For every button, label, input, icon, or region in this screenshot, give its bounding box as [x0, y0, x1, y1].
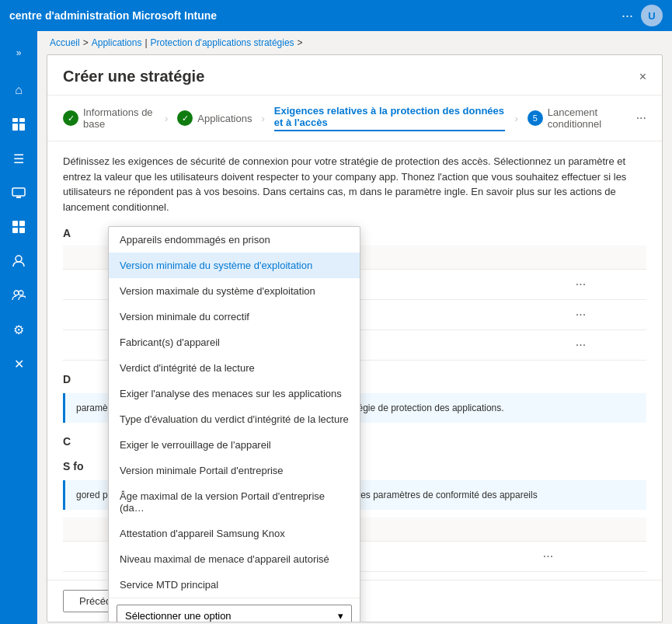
- svg-rect-8: [12, 228, 18, 233]
- sidebar-item-groups[interactable]: [3, 280, 34, 311]
- svg-point-12: [19, 291, 23, 295]
- dropdown-chevron-icon: ▾: [338, 610, 343, 622]
- svg-rect-2: [12, 124, 18, 131]
- row-more-button[interactable]: ···: [571, 306, 590, 323]
- app-title: centre d'administration Microsoft Intune: [9, 9, 217, 22]
- dropdown-item-max-portal-age[interactable]: Âge maximal de la version Portail d'entr…: [109, 483, 360, 521]
- breadcrumb-applications[interactable]: Applications: [92, 37, 142, 48]
- svg-point-11: [14, 291, 19, 295]
- svg-rect-9: [19, 228, 25, 233]
- row-setting: [63, 300, 104, 330]
- row-more-button[interactable]: ···: [538, 548, 558, 565]
- svg-rect-7: [19, 221, 25, 226]
- col-setting: [63, 246, 104, 270]
- dropdown-item-threat-analysis[interactable]: Exiger l'analyse des menaces sur les app…: [109, 381, 360, 406]
- top-bar-right: ··· U: [622, 5, 663, 26]
- step-separator-2: ›: [261, 113, 264, 124]
- row-setting: [63, 330, 104, 361]
- svg-rect-5: [16, 197, 21, 198]
- sidebar-item-apps[interactable]: [3, 211, 34, 242]
- sidebar-expand-button[interactable]: »: [3, 37, 34, 68]
- row-setting: [63, 270, 104, 300]
- top-bar: centre d'administration Microsoft Intune…: [0, 0, 672, 31]
- breadcrumb-home[interactable]: Accueil: [50, 37, 80, 48]
- sidebar-item-allservices[interactable]: ☰: [3, 143, 34, 174]
- breadcrumb: Accueil > Applications | Protection d'ap…: [37, 31, 672, 54]
- step-conditional-launch-label: Lancement conditionnel: [548, 106, 630, 130]
- sidebar-item-troubleshoot[interactable]: ✕: [3, 348, 34, 379]
- step-data-protection-label: Exigences relatives à la protection des …: [274, 105, 506, 128]
- svg-rect-0: [12, 118, 18, 122]
- step-apps[interactable]: ✓ Applications: [177, 110, 252, 126]
- user-avatar[interactable]: U: [641, 5, 663, 26]
- sidebar-item-home[interactable]: ⌂: [3, 75, 34, 106]
- col-actions-b: [529, 518, 646, 542]
- top-bar-more-button[interactable]: ···: [622, 8, 633, 24]
- dialog-close-button[interactable]: ×: [639, 70, 646, 84]
- dropdown-select-label: Sélectionner une option: [125, 610, 232, 622]
- row-more-button[interactable]: ···: [571, 276, 590, 293]
- svg-rect-4: [12, 188, 25, 196]
- dropdown-item-samsung-knox[interactable]: Attestation d'appareil Samsung Knox: [109, 521, 360, 546]
- main-content: Accueil > Applications | Protection d'ap…: [37, 31, 672, 624]
- dropdown-item-min-os[interactable]: Version minimale du système d'exploitati…: [109, 253, 360, 278]
- svg-point-10: [16, 256, 22, 262]
- svg-rect-1: [19, 118, 25, 122]
- step-conditional-launch[interactable]: 5 Lancement conditionnel: [528, 106, 630, 130]
- svg-rect-3: [19, 124, 25, 131]
- row-more-button[interactable]: ···: [571, 336, 590, 354]
- col-actions: [562, 246, 646, 270]
- svg-rect-6: [12, 221, 18, 226]
- step-conditional-launch-icon: 5: [528, 110, 543, 126]
- create-policy-dialog: Créer une stratégie × ✓ Informations de …: [47, 54, 663, 622]
- breadcrumb-protection[interactable]: Protection d'applications stratégies: [151, 37, 294, 48]
- sidebar-item-dashboard[interactable]: [3, 109, 34, 140]
- dropdown-menu-bottom: Sélectionner une option ▾: [109, 598, 360, 622]
- step-apps-icon: ✓: [177, 110, 193, 126]
- step-basics-icon: ✓: [63, 110, 78, 126]
- step-basics-label: Informations de base: [83, 106, 155, 130]
- step-separator-1: ›: [165, 113, 168, 124]
- main-layout: » ⌂ ☰ ⚙ ✕ Accueil > Applications | Prote…: [0, 31, 672, 624]
- intro-text: Définissez les exigences de sécurité de …: [63, 154, 646, 214]
- dropdown-item-mtd[interactable]: Service MTD principal: [109, 572, 360, 598]
- dropdown-item-jailbreak[interactable]: Appareils endommagés en prison: [109, 227, 360, 253]
- dropdown-item-lock[interactable]: Exiger le verrouillage de l'appareil: [109, 432, 360, 458]
- dialog-header: Créer une stratégie ×: [47, 55, 662, 96]
- steps-bar: ✓ Informations de base › ✓ Applications …: [47, 96, 662, 141]
- step-basics[interactable]: ✓ Informations de base: [63, 106, 155, 130]
- sidebar-item-devices[interactable]: [3, 177, 34, 208]
- dropdown-menu: Appareils endommagés en prison Version m…: [108, 226, 360, 622]
- dropdown-item-eval-type[interactable]: Type d'évaluation du verdict d'intégrité…: [109, 406, 360, 432]
- sidebar-item-admin[interactable]: ⚙: [3, 314, 34, 345]
- sidebar: » ⌂ ☰ ⚙ ✕: [0, 31, 37, 624]
- dropdown-item-manufacturer[interactable]: Fabricant(s) d'appareil: [109, 329, 360, 355]
- dropdown-item-min-portal[interactable]: Version minimale Portail d'entreprise: [109, 458, 360, 483]
- step-data-protection[interactable]: Exigences relatives à la protection des …: [274, 105, 506, 131]
- dropdown-item-max-os[interactable]: Version maximale du système d'exploitati…: [109, 278, 360, 304]
- dialog-title: Créer une stratégie: [63, 68, 204, 85]
- dropdown-select-option[interactable]: Sélectionner une option ▾: [117, 605, 352, 622]
- step-separator-3: ›: [514, 113, 517, 124]
- step-apps-label: Applications: [197, 113, 252, 124]
- dropdown-item-integrity-verdict[interactable]: Verdict d'intégrité de la lecture: [109, 355, 360, 381]
- steps-more-button[interactable]: ···: [636, 111, 646, 125]
- dropdown-item-min-patch[interactable]: Version minimale du correctif: [109, 304, 360, 329]
- dropdown-item-max-threat[interactable]: Niveau maximal de menace d'appareil auto…: [109, 546, 360, 572]
- sidebar-item-users[interactable]: [3, 246, 34, 277]
